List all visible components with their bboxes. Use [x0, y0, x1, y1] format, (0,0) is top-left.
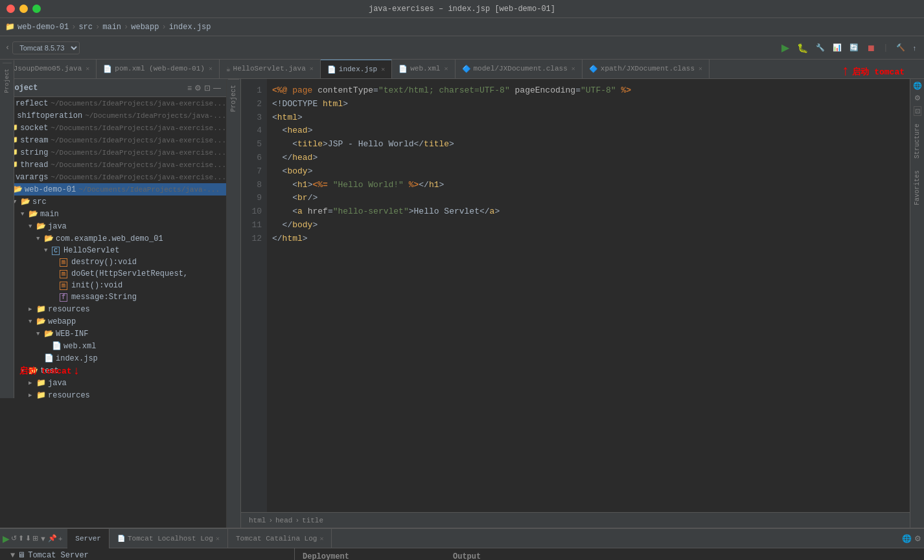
sidebar-filter-btn[interactable]: ⚙: [194, 84, 202, 93]
tree-test-java[interactable]: ▶ 📁 java: [0, 377, 226, 389]
services-rerun-btn[interactable]: ↺: [11, 534, 17, 543]
tree-string[interactable]: ▶ 📁 string ~/Documents/IdeaProjects/java…: [0, 146, 226, 159]
ln-12: 12: [241, 232, 267, 246]
close-button[interactable]: [6, 5, 15, 13]
tree-resources[interactable]: ▶ 📁 resources: [0, 303, 226, 315]
tree-webxml-file[interactable]: 📄 web.xml: [0, 340, 226, 352]
stop-button[interactable]: ⏹: [864, 41, 878, 54]
tab-index[interactable]: 📄 index.jsp ✕: [321, 60, 392, 78]
tree-stream[interactable]: ▶ 📁 stream ~/Documents/IdeaProjects/java…: [0, 134, 226, 146]
right-panel-globe-btn[interactable]: 🌐: [913, 82, 922, 90]
tab-server[interactable]: Server: [67, 529, 110, 548]
tree-test-resources[interactable]: ▶ 📁 resources: [0, 389, 226, 401]
services-run-btn[interactable]: ▶: [3, 533, 10, 544]
tree-helloservlet[interactable]: ▼ C HelloServlet: [0, 245, 226, 256]
tree-label-webinf: WEB-INF: [56, 330, 88, 339]
tab-xpath[interactable]: 🔷 xpath/JXDocument.class ✕: [583, 60, 710, 78]
debug-button[interactable]: 🐛: [794, 41, 811, 54]
services-globe-btn[interactable]: 🌐: [902, 534, 912, 543]
bc-html[interactable]: html: [249, 517, 266, 524]
services-down-btn[interactable]: ⬇: [25, 534, 31, 543]
services-filter-btn[interactable]: ▼: [40, 535, 47, 543]
breadcrumb-main[interactable]: main: [102, 23, 121, 32]
tab-jsoup[interactable]: ☕ JsoupDemo05.java ✕: [0, 60, 97, 78]
tree-src[interactable]: ▼ 📂 src: [0, 196, 226, 208]
tab-catalina-log[interactable]: Tomcat Catalina Log ✕: [228, 529, 332, 548]
editor-content[interactable]: 1 2 3 4 5 6 7 8 9 10 11 12 <%@ page cont…: [241, 79, 910, 512]
services-tree[interactable]: ▼ 🖥 Tomcat Server ▼ ✔ Finished ▼ 🐱 Tomca…: [0, 548, 295, 560]
bc-title[interactable]: title: [302, 517, 323, 524]
breadcrumb-webapp[interactable]: webapp: [131, 23, 159, 32]
services-plus-btn[interactable]: +: [58, 535, 62, 543]
tree-shiftoperation[interactable]: ▶ 📁 shiftoperation ~/Documents/IdeaProje…: [0, 109, 226, 122]
sidebar-content[interactable]: ▶ 📁 reflect ~/Documents/IdeaProjects/jav…: [0, 97, 226, 528]
tree-label-indexjsp: index.jsp: [56, 354, 98, 363]
run-button[interactable]: ▶: [779, 40, 792, 55]
right-panel-expand-btn[interactable]: ⊡: [914, 106, 921, 116]
catalina-log-close[interactable]: ✕: [319, 535, 323, 543]
tree-web-demo-01[interactable]: ▼ 📂 web-demo-01 ~/Documents/IdeaProjects…: [0, 183, 226, 196]
breadcrumb-project[interactable]: web-demo-01: [17, 23, 69, 32]
minimize-button[interactable]: [19, 5, 28, 13]
localhost-log-close[interactable]: ✕: [216, 535, 220, 543]
tab-close-pom[interactable]: ✕: [209, 65, 213, 73]
reload-button[interactable]: 🔄: [847, 42, 861, 53]
services-settings-btn[interactable]: ⚙: [914, 534, 921, 543]
sidebar-close-btn[interactable]: —: [213, 84, 221, 93]
right-panel-gear-btn[interactable]: ⚙: [914, 94, 921, 102]
services-up-btn[interactable]: ⬆: [18, 534, 24, 543]
tree-webapp[interactable]: ▼ 📂 webapp: [0, 315, 226, 328]
window-controls[interactable]: [6, 5, 41, 13]
breadcrumb-src[interactable]: src: [78, 23, 93, 32]
tree-path-varargs: ~/Documents/IdeaProjects/java-exercise..…: [51, 174, 226, 181]
build-button[interactable]: 🔨: [894, 42, 908, 53]
git-button[interactable]: ↑: [910, 43, 919, 53]
tab-localhost-log[interactable]: 📄 Tomcat Localhost Log ✕: [110, 529, 228, 548]
services-pin-btn[interactable]: 📌: [48, 534, 57, 543]
tab-model[interactable]: 🔷 model/JXDocument.class ✕: [456, 60, 583, 78]
maximize-button[interactable]: [32, 5, 41, 13]
sidebar-sort-btn[interactable]: ≡: [187, 84, 192, 93]
tree-java[interactable]: ▼ 📂 java: [0, 220, 226, 232]
ln-9: 9: [241, 192, 267, 205]
services-down-arrow: ↓: [73, 364, 80, 377]
tree-doget[interactable]: m doGet(HttpServletRequest,: [0, 268, 226, 280]
tree-reflect[interactable]: ▶ 📁 reflect ~/Documents/IdeaProjects/jav…: [0, 97, 226, 109]
tree-destroy[interactable]: m destroy():void: [0, 256, 226, 268]
tree-main[interactable]: ▼ 📂 main: [0, 208, 226, 220]
tree-socket[interactable]: ▶ 📁 socket ~/Documents/IdeaProjects/java…: [0, 122, 226, 134]
structure-tab[interactable]: Structure: [912, 120, 923, 162]
services-tree-btn[interactable]: ⊞: [32, 534, 38, 543]
run-config-dropdown[interactable]: Tomcat 8.5.73: [12, 41, 80, 54]
tree-thread[interactable]: ▶ 📁 thread ~/Documents/IdeaProjects/java…: [0, 159, 226, 171]
tab-close-hello[interactable]: ✕: [310, 65, 314, 73]
tab-pom[interactable]: 📄 pom.xml (web-demo-01) ✕: [97, 60, 220, 78]
breadcrumb-file[interactable]: index.jsp: [169, 23, 211, 32]
tree-label-field: message:String: [71, 293, 137, 302]
tab-close-jsoup[interactable]: ✕: [86, 65, 89, 73]
sidebar-project-vert[interactable]: Project: [3, 63, 12, 98]
bc-head[interactable]: head: [275, 517, 292, 524]
favorites-tab[interactable]: Favorites: [912, 166, 923, 209]
tree-label-init: init():void: [71, 281, 122, 290]
tree-init[interactable]: m init():void: [0, 280, 226, 291]
code-editor[interactable]: <%@ page contentType="text/html; charset…: [267, 79, 910, 512]
sidebar-expand-btn[interactable]: ⊡: [204, 84, 211, 93]
project-tab[interactable]: Project: [228, 79, 239, 117]
tree-indexjsp-file[interactable]: 📄 index.jsp: [0, 352, 226, 364]
tab-close-xpath[interactable]: ✕: [699, 65, 702, 73]
tab-close-webxml[interactable]: ✕: [444, 65, 448, 73]
folder-icon-package: 📂: [44, 234, 54, 243]
coverage-button[interactable]: 🔧: [813, 42, 827, 53]
tree-webinf[interactable]: ▼ 📂 WEB-INF: [0, 328, 226, 340]
tree-field[interactable]: f message:String: [0, 291, 226, 303]
tab-hello[interactable]: ☕ HelloServlet.java ✕: [220, 60, 321, 78]
profile-button[interactable]: 📊: [830, 42, 844, 53]
tab-webxml[interactable]: 📄 web.xml ✕: [392, 60, 455, 78]
toolbar-icon-back[interactable]: ‹: [5, 43, 10, 52]
services-item-tomcat-server[interactable]: ▼ 🖥 Tomcat Server: [0, 548, 294, 560]
tab-close-model[interactable]: ✕: [572, 65, 575, 73]
tab-close-index[interactable]: ✕: [381, 65, 385, 73]
tree-package[interactable]: ▼ 📂 com.example.web_demo_01: [0, 232, 226, 245]
tree-varargs[interactable]: ▶ 📁 varargs ~/Documents/IdeaProjects/jav…: [0, 171, 226, 183]
